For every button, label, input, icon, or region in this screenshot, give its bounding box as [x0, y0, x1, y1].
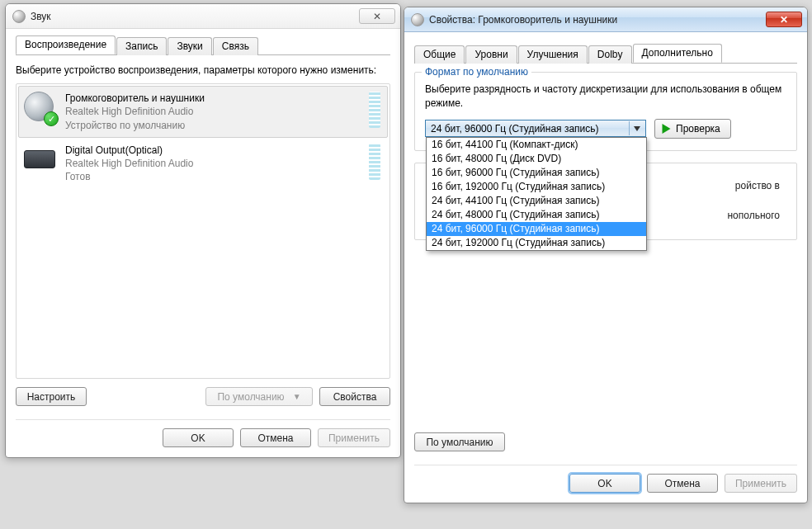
- cancel-button[interactable]: Отмена: [240, 428, 311, 447]
- apply-button[interactable]: Применить: [725, 474, 797, 493]
- device-list: ✓ Громкоговоритель и наушники Realtek Hi…: [16, 83, 390, 379]
- tab-dolby[interactable]: Dolby: [588, 45, 632, 64]
- format-option[interactable]: 24 бит, 44100 Гц (Студийная запись): [427, 194, 646, 208]
- device-driver: Realtek High Definition Audio: [65, 105, 361, 118]
- props-titlebar: Свойства: Громкоговоритель и наушники ✕: [404, 7, 807, 32]
- apply-button[interactable]: Применить: [318, 428, 390, 447]
- restore-defaults-button[interactable]: По умолчанию: [414, 432, 505, 451]
- format-option[interactable]: 16 бит, 48000 Гц (Диск DVD): [427, 152, 646, 166]
- props-window-title: Свойства: Громкоговоритель и наушники: [429, 14, 766, 26]
- test-button[interactable]: Проверка: [654, 119, 731, 139]
- device-status: Готов: [65, 170, 361, 183]
- ok-button[interactable]: OK: [569, 474, 640, 493]
- optical-icon: [24, 144, 57, 177]
- format-option[interactable]: 16 бит, 44100 Гц (Компакт-диск): [427, 138, 646, 152]
- props-tabs: Общие Уровни Улучшения Dolby Дополнитель…: [414, 44, 797, 64]
- format-combo[interactable]: 24 бит, 96000 Гц (Студийная запись) 16 б…: [425, 120, 646, 137]
- volume-meter-icon: [369, 144, 380, 180]
- sound-window-title: Звук: [31, 11, 359, 22]
- device-name: Громкоговоритель и наушники: [65, 92, 361, 105]
- tab-advanced[interactable]: Дополнительно: [633, 44, 722, 63]
- set-default-button[interactable]: По умолчанию ▼: [205, 387, 313, 406]
- format-option[interactable]: 24 бит, 48000 Гц (Студийная запись): [427, 208, 646, 222]
- speaker-app-icon: [411, 13, 424, 26]
- device-item-optical[interactable]: Digital Output(Optical) Realtek High Def…: [18, 138, 388, 190]
- tab-communications[interactable]: Связь: [213, 37, 258, 55]
- sound-titlebar: Звук ✕: [6, 4, 400, 29]
- close-button[interactable]: ✕: [766, 12, 802, 27]
- tab-recording[interactable]: Запись: [116, 37, 167, 55]
- group-instruction: Выберите разрядность и частоту дискретиз…: [425, 83, 786, 111]
- properties-button[interactable]: Свойства: [319, 387, 390, 406]
- device-name: Digital Output(Optical): [65, 144, 361, 157]
- play-icon: [662, 124, 671, 134]
- close-button[interactable]: ✕: [359, 8, 395, 24]
- tab-general[interactable]: Общие: [414, 45, 465, 64]
- chevron-down-icon: [629, 121, 644, 135]
- format-option[interactable]: 16 бит, 96000 Гц (Студийная запись): [427, 166, 646, 180]
- close-icon: ✕: [780, 15, 788, 25]
- tab-enhancements[interactable]: Улучшения: [518, 45, 588, 64]
- playback-instruction: Выберите устройство воспроизведения, пар…: [16, 64, 390, 77]
- tab-playback[interactable]: Воспроизведение: [16, 35, 116, 54]
- close-icon: ✕: [373, 12, 381, 21]
- cancel-button[interactable]: Отмена: [647, 474, 718, 493]
- ok-button[interactable]: OK: [163, 428, 234, 447]
- device-status: Устройство по умолчанию: [65, 119, 361, 132]
- device-item-speakers[interactable]: ✓ Громкоговоритель и наушники Realtek Hi…: [18, 86, 388, 138]
- tab-sounds[interactable]: Звуки: [168, 37, 211, 55]
- default-format-group: Формат по умолчанию Выберите разрядность…: [414, 72, 797, 151]
- chevron-down-icon: ▼: [293, 392, 301, 401]
- device-driver: Realtek High Definition Audio: [65, 157, 361, 170]
- sound-tabs: Воспроизведение Запись Звуки Связь: [16, 35, 390, 55]
- format-combo-value: 24 бит, 96000 Гц (Студийная запись): [431, 123, 599, 135]
- format-option[interactable]: 24 бит, 192000 Гц (Студийная запись): [427, 236, 646, 250]
- speaker-icon: ✓: [24, 92, 57, 125]
- default-check-icon: ✓: [44, 111, 59, 126]
- format-option[interactable]: 16 бит, 192000 Гц (Студийная запись): [427, 180, 646, 194]
- group-legend: Формат по умолчанию: [422, 66, 531, 78]
- volume-meter-icon: [369, 92, 380, 128]
- format-option[interactable]: 24 бит, 96000 Гц (Студийная запись): [427, 222, 646, 236]
- speaker-app-icon: [12, 10, 26, 23]
- configure-button[interactable]: Настроить: [16, 387, 87, 406]
- format-dropdown[interactable]: 16 бит, 44100 Гц (Компакт-диск)16 бит, 4…: [426, 137, 647, 251]
- tab-levels[interactable]: Уровни: [465, 45, 517, 64]
